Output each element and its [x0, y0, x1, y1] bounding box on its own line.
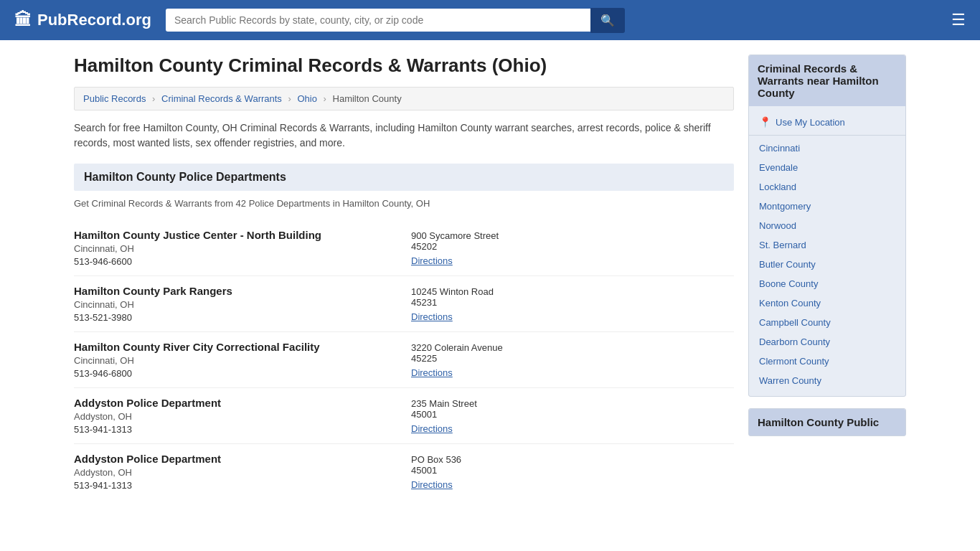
sidebar-item-clermont-county[interactable]: Clermont County — [749, 352, 905, 371]
dept-address1: 235 Main Street — [411, 398, 734, 409]
public-box-title: Hamilton County Public — [749, 409, 905, 435]
logo-icon: 🏛 — [14, 10, 32, 30]
dept-phone: 513-941-1313 — [74, 480, 397, 491]
sidebar-item-norwood[interactable]: Norwood — [749, 216, 905, 235]
location-icon: 📍 — [759, 116, 771, 128]
site-logo[interactable]: 🏛 PubRecord.org — [14, 10, 151, 30]
dept-name: Hamilton County Justice Center - North B… — [74, 229, 397, 241]
dept-phone: 513-941-1313 — [74, 424, 397, 435]
dept-name: Addyston Police Department — [74, 397, 397, 409]
table-row: Hamilton County Park Rangers Cincinnati,… — [74, 276, 734, 332]
page-title: Hamilton County Criminal Records & Warra… — [74, 55, 734, 77]
page-container: Hamilton County Criminal Records & Warra… — [60, 40, 920, 514]
dept-address1: 900 Sycamore Street — [411, 230, 734, 241]
sidebar-divider — [749, 135, 905, 136]
sidebar-item-butler-county[interactable]: Butler County — [749, 255, 905, 274]
dept-address1: 3220 Colerain Avenue — [411, 342, 734, 353]
sidebar-item-st.-bernard[interactable]: St. Bernard — [749, 235, 905, 255]
section-subtext: Get Criminal Records & Warrants from 42 … — [74, 198, 734, 209]
search-input[interactable] — [166, 9, 590, 32]
sidebar-item-evendale[interactable]: Evendale — [749, 158, 905, 177]
public-box: Hamilton County Public — [748, 408, 906, 436]
directions-link[interactable]: Directions — [411, 367, 453, 378]
sidebar-item-cincinnati[interactable]: Cincinnati — [749, 138, 905, 158]
dept-address2: 45001 — [411, 465, 734, 476]
sidebar-item-lockland[interactable]: Lockland — [749, 177, 905, 197]
dept-right-2: 3220 Colerain Avenue 45225 Directions — [411, 341, 734, 379]
sidebar-item-boone-county[interactable]: Boone County — [749, 274, 905, 293]
dept-city: Cincinnati, OH — [74, 243, 397, 254]
sidebar-nearby-items: CincinnatiEvendaleLocklandMontgomeryNorw… — [749, 138, 905, 390]
dept-city: Cincinnati, OH — [74, 299, 397, 310]
logo-text: PubRecord.org — [37, 11, 151, 29]
dept-address2: 45001 — [411, 409, 734, 420]
dept-name: Addyston Police Department — [74, 453, 397, 465]
page-description: Search for free Hamilton County, OH Crim… — [74, 121, 734, 151]
dept-left-2: Hamilton County River City Correctional … — [74, 341, 397, 379]
dept-left-4: Addyston Police Department Addyston, OH … — [74, 453, 397, 491]
breadcrumb-link-criminal[interactable]: Criminal Records & Warrants — [161, 93, 282, 104]
breadcrumb-link-ohio[interactable]: Ohio — [297, 93, 316, 104]
table-row: Addyston Police Department Addyston, OH … — [74, 444, 734, 499]
breadcrumb-link-public-records[interactable]: Public Records — [83, 93, 146, 104]
breadcrumb-sep-2: › — [288, 93, 291, 104]
dept-address1: 10245 Winton Road — [411, 286, 734, 297]
dept-left-1: Hamilton County Park Rangers Cincinnati,… — [74, 285, 397, 323]
dept-address2: 45225 — [411, 353, 734, 364]
sidebar-item-campbell-county[interactable]: Campbell County — [749, 313, 905, 332]
sidebar-item-montgomery[interactable]: Montgomery — [749, 197, 905, 216]
dept-phone: 513-946-6600 — [74, 256, 397, 267]
sidebar-item-kenton-county[interactable]: Kenton County — [749, 293, 905, 313]
dept-name: Hamilton County Park Rangers — [74, 285, 397, 297]
search-area: 🔍 — [166, 8, 625, 33]
table-row: Addyston Police Department Addyston, OH … — [74, 388, 734, 444]
directions-link[interactable]: Directions — [411, 255, 453, 266]
dept-name: Hamilton County River City Correctional … — [74, 341, 397, 353]
table-row: Hamilton County River City Correctional … — [74, 332, 734, 388]
departments-list: Hamilton County Justice Center - North B… — [74, 220, 734, 499]
main-content: Hamilton County Criminal Records & Warra… — [74, 55, 734, 499]
directions-link[interactable]: Directions — [411, 311, 453, 322]
breadcrumb-current: Hamilton County — [333, 93, 402, 104]
dept-city: Addyston, OH — [74, 467, 397, 478]
site-header: 🏛 PubRecord.org 🔍 ☰ — [0, 0, 980, 40]
dept-address2: 45231 — [411, 297, 734, 308]
directions-link[interactable]: Directions — [411, 423, 453, 434]
dept-left-0: Hamilton County Justice Center - North B… — [74, 229, 397, 267]
dept-right-0: 900 Sycamore Street 45202 Directions — [411, 229, 734, 267]
nearby-box: Criminal Records & Warrants near Hamilto… — [748, 55, 906, 397]
use-my-location[interactable]: 📍 Use My Location — [749, 112, 905, 132]
dept-address2: 45202 — [411, 241, 734, 252]
table-row: Hamilton County Justice Center - North B… — [74, 220, 734, 276]
search-button[interactable]: 🔍 — [590, 8, 625, 33]
dept-address1: PO Box 536 — [411, 454, 734, 465]
dept-left-3: Addyston Police Department Addyston, OH … — [74, 397, 397, 435]
dept-right-1: 10245 Winton Road 45231 Directions — [411, 285, 734, 323]
menu-button[interactable]: ☰ — [951, 11, 966, 29]
breadcrumb: Public Records › Criminal Records & Warr… — [74, 87, 734, 110]
breadcrumb-sep-3: › — [324, 93, 326, 104]
section-header: Hamilton County Police Departments — [74, 164, 734, 191]
nearby-box-items: 📍 Use My Location CincinnatiEvendaleLock… — [749, 106, 905, 396]
breadcrumb-sep-1: › — [152, 93, 155, 104]
dept-right-3: 235 Main Street 45001 Directions — [411, 397, 734, 435]
sidebar: Criminal Records & Warrants near Hamilto… — [748, 55, 906, 499]
dept-phone: 513-521-3980 — [74, 312, 397, 323]
sidebar-item-dearborn-county[interactable]: Dearborn County — [749, 332, 905, 352]
directions-link[interactable]: Directions — [411, 479, 453, 490]
sidebar-item-warren-county[interactable]: Warren County — [749, 371, 905, 390]
dept-right-4: PO Box 536 45001 Directions — [411, 453, 734, 491]
dept-phone: 513-946-6800 — [74, 368, 397, 379]
nearby-box-title: Criminal Records & Warrants near Hamilto… — [749, 55, 905, 106]
use-my-location-label: Use My Location — [776, 117, 845, 128]
dept-city: Addyston, OH — [74, 411, 397, 422]
dept-city: Cincinnati, OH — [74, 355, 397, 366]
